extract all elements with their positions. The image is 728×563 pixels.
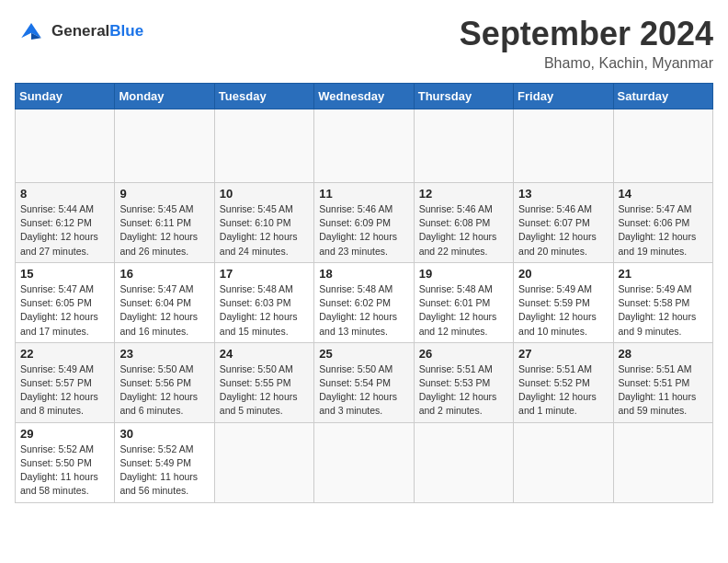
weekday-header-wednesday: Wednesday — [314, 84, 414, 109]
day-detail: Sunrise: 5:49 AMSunset: 5:57 PMDaylight:… — [20, 363, 98, 417]
day-number: 8 — [20, 187, 109, 201]
calendar-cell: 23 Sunrise: 5:50 AMSunset: 5:56 PMDaylig… — [115, 342, 214, 422]
calendar-cell: 12 Sunrise: 5:46 AMSunset: 6:08 PMDaylig… — [414, 183, 513, 263]
calendar-cell: 16 Sunrise: 5:47 AMSunset: 6:04 PMDaylig… — [115, 262, 214, 342]
day-number: 14 — [619, 187, 708, 201]
calendar-cell: 20 Sunrise: 5:49 AMSunset: 5:59 PMDaylig… — [514, 262, 613, 342]
weekday-header-saturday: Saturday — [613, 84, 712, 109]
calendar-cell — [514, 109, 613, 183]
calendar-cell — [115, 109, 214, 183]
day-number: 30 — [119, 427, 209, 441]
location-title: Bhamo, Kachin, Myanmar — [460, 55, 713, 72]
day-detail: Sunrise: 5:46 AMSunset: 6:08 PMDaylight:… — [419, 203, 497, 257]
day-detail: Sunrise: 5:45 AMSunset: 6:11 PMDaylight:… — [119, 203, 198, 257]
day-detail: Sunrise: 5:46 AMSunset: 6:09 PMDaylight:… — [319, 203, 397, 257]
calendar-cell: 10 Sunrise: 5:45 AMSunset: 6:10 PMDaylig… — [214, 183, 313, 263]
day-number: 21 — [619, 267, 708, 281]
calendar-cell: 26 Sunrise: 5:51 AMSunset: 5:53 PMDaylig… — [414, 342, 513, 422]
day-number: 11 — [319, 187, 408, 201]
day-number: 20 — [518, 267, 608, 281]
day-number: 22 — [20, 347, 109, 361]
calendar-cell — [613, 109, 712, 183]
day-number: 12 — [419, 187, 508, 201]
title-block: September 2024 Bhamo, Kachin, Myanmar — [460, 15, 713, 72]
logo-general: General — [51, 22, 109, 40]
calendar-cell — [414, 109, 513, 183]
weekday-header-tuesday: Tuesday — [214, 84, 313, 109]
day-detail: Sunrise: 5:50 AMSunset: 5:54 PMDaylight:… — [319, 363, 397, 417]
calendar-cell — [16, 109, 115, 183]
day-detail: Sunrise: 5:49 AMSunset: 5:58 PMDaylight:… — [619, 283, 697, 337]
calendar-cell: 9 Sunrise: 5:45 AMSunset: 6:11 PMDayligh… — [115, 183, 214, 263]
calendar-week-row: 29 Sunrise: 5:52 AMSunset: 5:50 PMDaylig… — [16, 422, 713, 502]
day-number: 23 — [119, 347, 209, 361]
day-detail: Sunrise: 5:47 AMSunset: 6:06 PMDaylight:… — [619, 203, 697, 257]
day-number: 19 — [419, 267, 508, 281]
calendar-cell — [214, 422, 313, 502]
logo-text: GeneralBlue — [51, 22, 143, 40]
day-detail: Sunrise: 5:47 AMSunset: 6:04 PMDaylight:… — [119, 283, 198, 337]
day-detail: Sunrise: 5:51 AMSunset: 5:51 PMDaylight:… — [619, 363, 697, 417]
day-number: 16 — [119, 267, 209, 281]
day-number: 17 — [220, 267, 309, 281]
day-number: 28 — [619, 347, 708, 361]
calendar-cell: 15 Sunrise: 5:47 AMSunset: 6:05 PMDaylig… — [16, 262, 115, 342]
page-header: GeneralBlue September 2024 Bhamo, Kachin… — [15, 15, 713, 72]
calendar-cell: 21 Sunrise: 5:49 AMSunset: 5:58 PMDaylig… — [613, 262, 712, 342]
calendar-cell: 18 Sunrise: 5:48 AMSunset: 6:02 PMDaylig… — [314, 262, 414, 342]
calendar-cell — [314, 422, 414, 502]
day-detail: Sunrise: 5:48 AMSunset: 6:02 PMDaylight:… — [319, 283, 397, 337]
day-detail: Sunrise: 5:47 AMSunset: 6:05 PMDaylight:… — [20, 283, 98, 337]
logo-blue: Blue — [109, 22, 143, 40]
day-number: 26 — [419, 347, 508, 361]
weekday-header-friday: Friday — [514, 84, 613, 109]
month-title: September 2024 — [460, 15, 713, 53]
day-detail: Sunrise: 5:48 AMSunset: 6:01 PMDaylight:… — [419, 283, 497, 337]
weekday-header-sunday: Sunday — [16, 84, 115, 109]
calendar-cell — [613, 422, 712, 502]
day-number: 24 — [220, 347, 309, 361]
calendar-cell: 8 Sunrise: 5:44 AMSunset: 6:12 PMDayligh… — [16, 183, 115, 263]
day-number: 9 — [119, 187, 209, 201]
day-number: 10 — [220, 187, 309, 201]
weekday-header-thursday: Thursday — [414, 84, 513, 109]
weekday-header-monday: Monday — [115, 84, 214, 109]
calendar-cell — [414, 422, 513, 502]
calendar-cell: 19 Sunrise: 5:48 AMSunset: 6:01 PMDaylig… — [414, 262, 513, 342]
calendar-cell: 11 Sunrise: 5:46 AMSunset: 6:09 PMDaylig… — [314, 183, 414, 263]
day-number: 29 — [20, 427, 109, 441]
day-detail: Sunrise: 5:48 AMSunset: 6:03 PMDaylight:… — [220, 283, 298, 337]
calendar-week-row: 15 Sunrise: 5:47 AMSunset: 6:05 PMDaylig… — [16, 262, 713, 342]
calendar-header-row: SundayMondayTuesdayWednesdayThursdayFrid… — [16, 84, 713, 109]
day-detail: Sunrise: 5:46 AMSunset: 6:07 PMDaylight:… — [518, 203, 597, 257]
calendar-table: SundayMondayTuesdayWednesdayThursdayFrid… — [15, 83, 713, 503]
calendar-cell: 13 Sunrise: 5:46 AMSunset: 6:07 PMDaylig… — [514, 183, 613, 263]
logo-icon — [15, 15, 48, 48]
calendar-cell: 22 Sunrise: 5:49 AMSunset: 5:57 PMDaylig… — [16, 342, 115, 422]
day-number: 27 — [518, 347, 608, 361]
calendar-week-row: 22 Sunrise: 5:49 AMSunset: 5:57 PMDaylig… — [16, 342, 713, 422]
day-detail: Sunrise: 5:44 AMSunset: 6:12 PMDaylight:… — [20, 203, 98, 257]
day-detail: Sunrise: 5:50 AMSunset: 5:56 PMDaylight:… — [119, 363, 198, 417]
calendar-cell: 17 Sunrise: 5:48 AMSunset: 6:03 PMDaylig… — [214, 262, 313, 342]
calendar-cell: 25 Sunrise: 5:50 AMSunset: 5:54 PMDaylig… — [314, 342, 414, 422]
day-detail: Sunrise: 5:52 AMSunset: 5:50 PMDaylight:… — [20, 443, 98, 497]
day-detail: Sunrise: 5:51 AMSunset: 5:53 PMDaylight:… — [419, 363, 497, 417]
day-number: 13 — [518, 187, 608, 201]
calendar-week-row: 8 Sunrise: 5:44 AMSunset: 6:12 PMDayligh… — [16, 183, 713, 263]
day-detail: Sunrise: 5:45 AMSunset: 6:10 PMDaylight:… — [220, 203, 298, 257]
calendar-cell — [514, 422, 613, 502]
calendar-cell — [314, 109, 414, 183]
day-number: 18 — [319, 267, 408, 281]
calendar-cell — [214, 109, 313, 183]
calendar-cell: 27 Sunrise: 5:51 AMSunset: 5:52 PMDaylig… — [514, 342, 613, 422]
logo: GeneralBlue — [15, 15, 143, 48]
calendar-cell: 28 Sunrise: 5:51 AMSunset: 5:51 PMDaylig… — [613, 342, 712, 422]
day-detail: Sunrise: 5:51 AMSunset: 5:52 PMDaylight:… — [518, 363, 597, 417]
calendar-cell: 24 Sunrise: 5:50 AMSunset: 5:55 PMDaylig… — [214, 342, 313, 422]
day-number: 25 — [319, 347, 408, 361]
day-detail: Sunrise: 5:50 AMSunset: 5:55 PMDaylight:… — [220, 363, 298, 417]
calendar-week-row — [16, 109, 713, 183]
calendar-cell: 14 Sunrise: 5:47 AMSunset: 6:06 PMDaylig… — [613, 183, 712, 263]
calendar-cell: 30 Sunrise: 5:52 AMSunset: 5:49 PMDaylig… — [115, 422, 214, 502]
